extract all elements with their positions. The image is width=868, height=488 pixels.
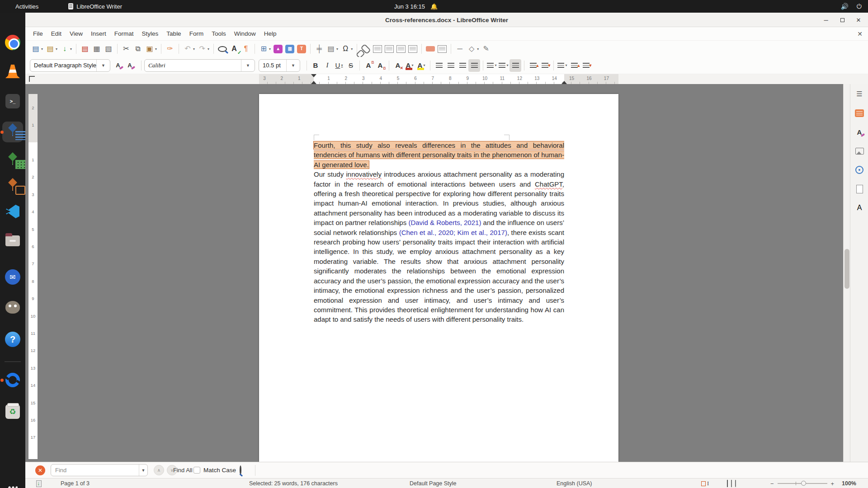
zoom-percentage[interactable]: 100%: [842, 479, 856, 488]
dock-item-help[interactable]: ?: [2, 329, 23, 350]
sidebar-tab-gallery[interactable]: [850, 143, 868, 159]
print-button[interactable]: ▦: [91, 42, 103, 55]
single-page-view-button[interactable]: [727, 480, 728, 487]
menu-insert[interactable]: Insert: [87, 28, 110, 39]
dock-item-thunderbird[interactable]: ✉: [2, 267, 23, 287]
font-name-combo[interactable]: Calibri ▼: [144, 59, 255, 72]
clear-formatting-button[interactable]: A: [392, 59, 404, 72]
no-list-button[interactable]: [509, 59, 521, 72]
align-center-button[interactable]: [445, 59, 457, 72]
power-icon[interactable]: ⏻: [857, 3, 862, 10]
word-count-status[interactable]: Selected: 25 words, 176 characters: [249, 479, 338, 488]
sidebar-tab-navigator[interactable]: [850, 162, 868, 178]
zoom-slider-knob[interactable]: [801, 481, 806, 486]
sidebar-tab-sidebar-menu[interactable]: ☰: [850, 86, 868, 102]
dock-item-impress[interactable]: [2, 176, 23, 197]
insert-cross-reference-button[interactable]: [407, 42, 419, 55]
insert-image-button[interactable]: ▲: [272, 42, 284, 55]
dock-item-vscode[interactable]: [2, 201, 23, 222]
unsaved-changes-indicator[interactable]: [36, 479, 42, 488]
insert-chart-button[interactable]: ▥: [284, 42, 296, 55]
find-history-dropdown[interactable]: ▼: [139, 465, 147, 476]
insert-endnote-button[interactable]: [383, 42, 395, 55]
zoom-slider[interactable]: [778, 483, 827, 484]
multi-page-view-button[interactable]: [731, 480, 732, 487]
dock-item-vlc[interactable]: [2, 61, 23, 82]
zoom-in-button[interactable]: +: [831, 480, 835, 487]
indent-marker-right[interactable]: [561, 78, 567, 84]
menu-window[interactable]: Window: [230, 28, 260, 39]
insert-hyperlink-button[interactable]: [360, 42, 372, 55]
page-style-status[interactable]: Default Page Style: [410, 479, 457, 488]
font-color-button[interactable]: A▾: [404, 59, 415, 72]
insert-comment-button[interactable]: [425, 42, 436, 55]
dock-item-files[interactable]: [2, 230, 23, 251]
new-document-button[interactable]: ▤▾: [30, 42, 44, 55]
selection-mode-status[interactable]: I: [701, 479, 709, 488]
horizontal-ruler[interactable]: 3211234567891011121314151617: [259, 74, 618, 84]
selected-text[interactable]: Fourth, this study also reveals differen…: [314, 141, 564, 169]
basic-shapes-button[interactable]: ◇▾: [466, 42, 480, 55]
document-text[interactable]: Fourth, this study also reveals differen…: [314, 141, 564, 324]
zoom-out-button[interactable]: −: [770, 480, 774, 487]
dock-item-writer[interactable]: [2, 122, 23, 142]
align-right-button[interactable]: [457, 59, 468, 72]
increase-paragraph-spacing-button[interactable]: [568, 59, 580, 72]
dropdown-caret[interactable]: ▾: [269, 47, 271, 51]
decrease-indent-button[interactable]: [539, 59, 551, 72]
ordered-list-button[interactable]: ▾: [498, 59, 509, 72]
document-page[interactable]: Fourth, this study also reveals differen…: [259, 94, 618, 462]
find-all-button[interactable]: Find All: [173, 467, 193, 474]
cut-button[interactable]: ✂: [120, 42, 132, 55]
find-input[interactable]: [51, 465, 139, 476]
activities-button[interactable]: Activities: [15, 3, 38, 10]
language-status[interactable]: English (USA): [557, 479, 592, 488]
dock-item-updater[interactable]: [2, 370, 23, 390]
page-number-status[interactable]: Page 1 of 3: [61, 479, 90, 488]
dropdown-caret[interactable]: ▾: [495, 63, 496, 67]
menu-form[interactable]: Form: [185, 28, 208, 39]
menu-table[interactable]: Table: [162, 28, 185, 39]
dropdown-caret[interactable]: ▾: [70, 47, 72, 51]
dock-item-trash[interactable]: ♻: [2, 401, 23, 422]
match-case-checkbox[interactable]: [193, 467, 200, 474]
dropdown-caret[interactable]: ▾: [351, 47, 353, 51]
menu-help[interactable]: Help: [260, 28, 281, 39]
book-view-button[interactable]: [735, 480, 736, 487]
dropdown-caret[interactable]: ▾: [41, 47, 43, 51]
maximize-button[interactable]: [837, 15, 847, 25]
menu-edit[interactable]: Edit: [47, 28, 66, 39]
underline-button[interactable]: U▾: [333, 59, 345, 72]
system-tray[interactable]: 🔊 ⏻: [840, 0, 862, 13]
dropdown-caret[interactable]: ▾: [56, 47, 57, 51]
bold-button[interactable]: B: [310, 59, 321, 72]
dropdown-caret[interactable]: ▾: [506, 63, 508, 67]
volume-icon[interactable]: 🔊: [840, 3, 848, 10]
update-style-button[interactable]: A: [112, 59, 124, 72]
dock-item-apps[interactable]: [2, 480, 23, 488]
menu-file[interactable]: File: [29, 28, 47, 39]
dropdown-caret[interactable]: ▾: [336, 47, 338, 51]
insert-bookmark-button[interactable]: [395, 42, 407, 55]
find-input-field[interactable]: ▼: [51, 464, 148, 476]
menu-styles[interactable]: Styles: [138, 28, 163, 39]
open-file-button[interactable]: ▤▾: [44, 42, 59, 55]
subscript-button[interactable]: A: [374, 59, 386, 72]
highlight-color-button[interactable]: A▾: [415, 59, 427, 72]
dock-item-gimp[interactable]: [2, 297, 23, 318]
citation-link[interactable]: (Chen et al., 2020; Kim et al., 2017): [399, 229, 507, 236]
menu-format[interactable]: Format: [110, 28, 138, 39]
print-preview-button[interactable]: ▧: [103, 42, 114, 55]
find-and-replace-icon[interactable]: [240, 466, 241, 474]
paragraph-style-dropdown[interactable]: ▼: [96, 60, 110, 71]
menu-tools[interactable]: Tools: [208, 28, 230, 39]
dropdown-caret[interactable]: ▾: [477, 47, 479, 51]
insert-special-character-button[interactable]: Ω▾: [340, 42, 354, 55]
draw-functions-button[interactable]: ✎: [480, 42, 492, 55]
page-break-button[interactable]: ╪: [313, 42, 325, 55]
sidebar-tab-page[interactable]: [850, 181, 868, 197]
dropdown-caret[interactable]: ▾: [565, 63, 567, 67]
dock-item-calc[interactable]: [2, 150, 23, 171]
line-spacing-button[interactable]: ▾: [557, 59, 568, 72]
sidebar-tab-styles[interactable]: A: [850, 124, 868, 140]
